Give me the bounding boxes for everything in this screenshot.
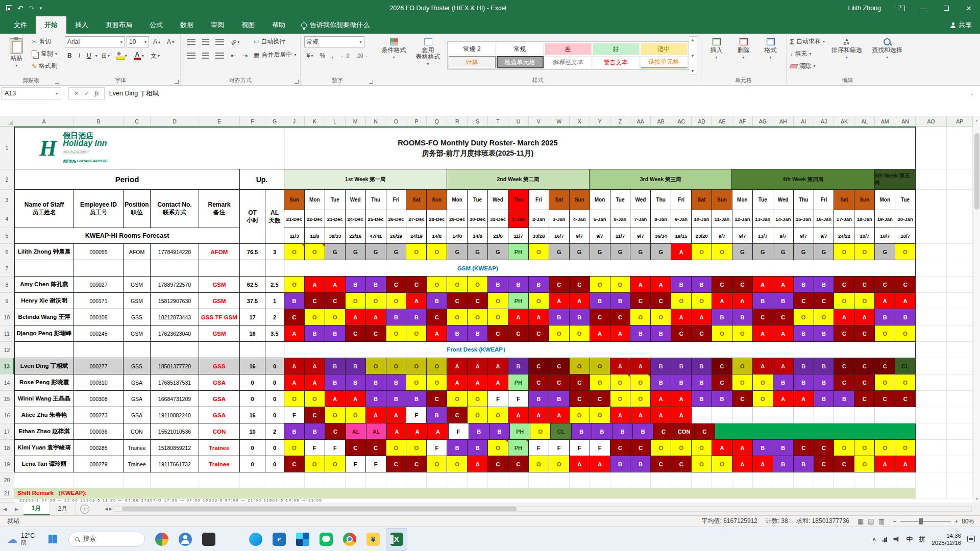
date-cell[interactable]: 25-Dec (366, 210, 386, 228)
shift-cell[interactable]: O (854, 440, 875, 456)
day-name-cell[interactable]: Tue (895, 190, 916, 210)
shift-cell[interactable]: B (814, 277, 835, 293)
column-header-O[interactable]: O (386, 116, 407, 126)
shift-cell[interactable]: B (671, 358, 692, 374)
shift-cell[interactable]: B (895, 309, 916, 325)
shift-cell[interactable]: O (753, 391, 773, 407)
row-header-10[interactable]: 10 (0, 309, 14, 325)
shift-cell[interactable]: B (325, 325, 346, 342)
contact-cell[interactable]: 17685187531 (151, 374, 199, 391)
shift-cell[interactable]: C (610, 440, 631, 456)
row-header-7[interactable]: 7 (0, 260, 14, 277)
date-cell[interactable]: 13-Jan (753, 210, 773, 228)
shift-cell[interactable]: O (468, 391, 488, 407)
shift-cell[interactable]: B (712, 309, 732, 325)
shift-cell[interactable]: B (468, 325, 488, 342)
shift-cell[interactable]: O (692, 244, 712, 260)
shift-cell[interactable]: B (875, 309, 895, 325)
shift-cell[interactable]: A (773, 277, 794, 293)
shift-cell[interactable]: A (488, 358, 508, 374)
clear-button[interactable]: 清除▾ (790, 61, 825, 71)
forecast-cell[interactable]: 23/20 (692, 228, 712, 244)
shift-cell[interactable]: A (630, 277, 651, 293)
save-icon[interactable] (6, 5, 12, 11)
shift-cell[interactable]: O (732, 374, 753, 391)
position-cell[interactable]: GSA (124, 391, 151, 407)
column-header-T[interactable]: T (488, 116, 508, 126)
shift-cell[interactable]: C (346, 440, 366, 456)
italic-button[interactable]: I (76, 50, 83, 61)
staff-name-cell[interactable]: Belinda Wang 王萍 (14, 309, 74, 325)
employee-id-cell[interactable]: 000036 (74, 423, 124, 440)
shift-cell[interactable]: G (488, 244, 508, 260)
day-name-cell[interactable]: Sat (406, 190, 427, 210)
conditional-formatting-button[interactable]: 条件格式▾ (379, 36, 409, 62)
day-name-cell[interactable]: Tue (610, 190, 631, 210)
shift-cell[interactable]: A (549, 293, 570, 309)
date-cell[interactable]: 11-Jan (712, 210, 732, 228)
shift-cell[interactable]: A (732, 456, 753, 472)
forecast-cell[interactable]: 9/7 (773, 228, 794, 244)
shift-cell[interactable]: B (794, 358, 814, 374)
remark-cell[interactable]: GSA (199, 407, 240, 423)
column-header-D[interactable]: D (151, 116, 199, 126)
shift-cell[interactable]: G (366, 244, 386, 260)
shift-cell[interactable]: C (834, 374, 854, 391)
tab-nav-left-icon[interactable]: ◀ (0, 507, 12, 512)
shift-cell[interactable]: O (590, 374, 610, 391)
employee-id-cell[interactable]: 000108 (74, 309, 124, 325)
position-cell[interactable]: GSS (124, 358, 151, 374)
shift-cell[interactable]: B (427, 407, 447, 423)
shift-cell[interactable]: O (794, 309, 814, 325)
shift-cell[interactable]: A (468, 456, 488, 472)
shift-cell[interactable]: O (305, 391, 325, 407)
column-header-A[interactable]: A (14, 116, 74, 126)
shift-cell[interactable]: O (366, 358, 386, 374)
al-cell[interactable]: 1 (265, 293, 284, 309)
shift-cell[interactable]: O (834, 244, 854, 260)
shift-cell[interactable]: C (610, 309, 631, 325)
position-cell[interactable]: GSS (124, 309, 151, 325)
shift-cell[interactable]: O (712, 325, 732, 342)
utility-app-icon[interactable] (198, 528, 219, 550)
shift-cell[interactable]: C (508, 456, 529, 472)
decrease-decimal-icon[interactable]: .00→ (354, 50, 371, 61)
staff-name-cell[interactable]: Django Peng 彭瑞峰 (14, 325, 74, 342)
day-name-cell[interactable]: Fri (814, 190, 835, 210)
gallery-down-icon[interactable]: ▼ (691, 54, 695, 58)
shift-cell[interactable]: A (773, 325, 794, 342)
shift-cell[interactable]: B (572, 423, 592, 440)
ot-cell[interactable]: 0 (240, 456, 265, 472)
date-cell[interactable]: 18-Jan (854, 210, 875, 228)
shift-cell[interactable]: O (712, 456, 732, 472)
row-header-17[interactable]: 17 (0, 423, 14, 440)
shift-cell[interactable]: A (630, 358, 651, 374)
shift-cell[interactable]: F (305, 440, 325, 456)
font-color-icon[interactable]: A▾ (131, 50, 146, 61)
shift-cell[interactable]: G (794, 244, 814, 260)
shift-cell[interactable]: O (630, 309, 651, 325)
tab-nav-right-icon[interactable]: ▶ (12, 507, 23, 512)
shift-cell[interactable]: B (549, 309, 570, 325)
shift-cell[interactable]: O (325, 309, 346, 325)
shift-cell[interactable]: O (386, 358, 407, 374)
shift-cell[interactable]: O (590, 407, 610, 423)
forecast-cell[interactable]: 13/7 (753, 228, 773, 244)
shift-cell[interactable]: O (875, 440, 895, 456)
shift-cell[interactable]: O (488, 309, 508, 325)
shift-cell[interactable]: O (427, 456, 447, 472)
column-header-AP[interactable]: AP (947, 116, 973, 126)
shift-cell[interactable]: B (814, 374, 835, 391)
contact-cell[interactable]: 15521010536 (151, 423, 199, 440)
row-header-15[interactable]: 15 (0, 391, 14, 407)
shift-cell[interactable]: A (732, 440, 753, 456)
shift-cell[interactable] (794, 407, 814, 423)
shift-cell[interactable]: C (834, 456, 854, 472)
column-header-AA[interactable]: AA (630, 116, 651, 126)
shift-cell[interactable]: O (447, 391, 468, 407)
shift-cell[interactable]: C (814, 440, 835, 456)
header-employee-id[interactable]: Employee ID员工号 (74, 190, 124, 228)
forecast-label[interactable]: KWEAP-HI Rooms Forecast (14, 228, 240, 244)
day-name-cell[interactable]: Fri (671, 190, 692, 210)
shift-cell[interactable]: O (468, 277, 488, 293)
